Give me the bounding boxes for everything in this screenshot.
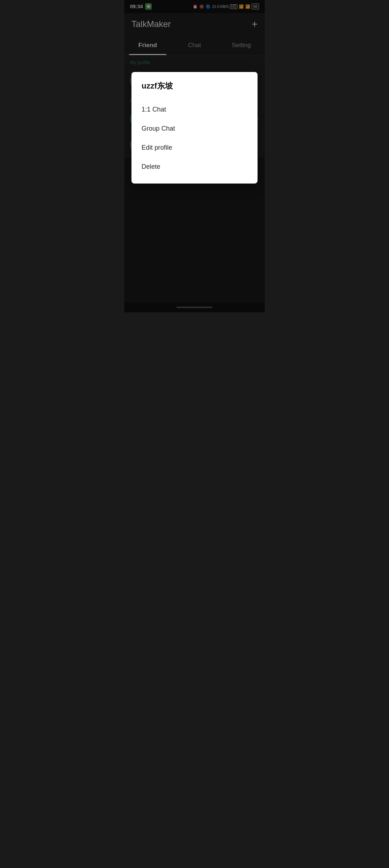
context-menu-item-1to1-chat[interactable]: 1:1 Chat: [142, 100, 247, 119]
context-menu-title: uzzf东坡: [142, 81, 247, 91]
context-menu: uzzf东坡 1:1 Chat Group Chat Edit profile …: [131, 72, 258, 184]
context-menu-item-edit-profile[interactable]: Edit profile: [142, 138, 247, 157]
context-menu-item-delete[interactable]: Delete: [142, 157, 247, 176]
context-menu-item-group-chat[interactable]: Group Chat: [142, 119, 247, 138]
